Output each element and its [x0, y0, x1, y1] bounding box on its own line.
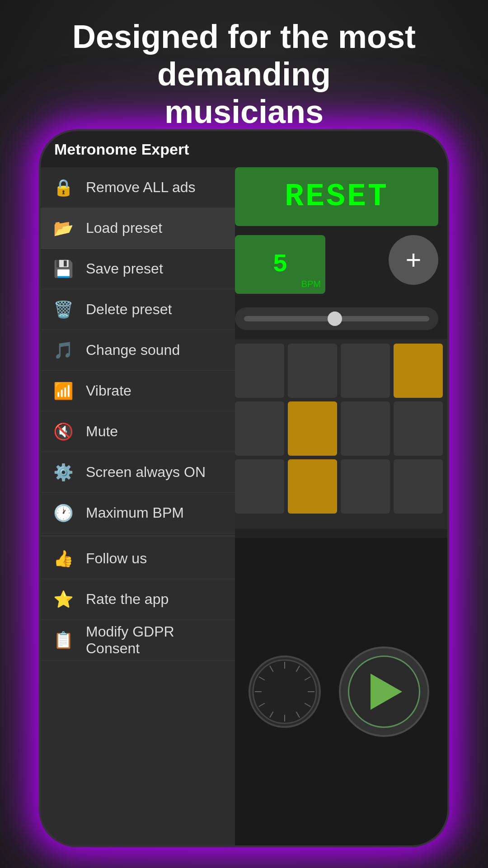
play-area	[230, 538, 447, 845]
menu-item-change-sound[interactable]: 🎵 Change sound	[41, 330, 235, 371]
lcd-reset-text: RESET	[285, 179, 389, 215]
change-sound-icon: 🎵	[50, 337, 77, 364]
screen-always-on-icon: ⚙️	[50, 459, 77, 486]
headline-text: Designed for the most demanding	[72, 19, 416, 92]
delete-preset-icon: 🗑️	[50, 296, 77, 323]
load-preset-label: Load preset	[86, 220, 162, 236]
phone-frame: RESET 5 BPM +	[41, 131, 447, 845]
lcd-bpm-display: 5 BPM	[235, 235, 325, 294]
beat-cell-0[interactable]	[235, 344, 284, 398]
menu-title: Metronome Expert	[54, 141, 189, 158]
maximum-bpm-label: Maximum BPM	[86, 505, 184, 521]
beat-cell-9[interactable]	[288, 459, 337, 514]
menu-item-save-preset[interactable]: 💾 Save preset	[41, 249, 235, 289]
save-preset-icon: 💾	[50, 255, 77, 283]
bpm-value: 5	[272, 250, 287, 279]
delete-preset-label: Delete preset	[86, 301, 172, 318]
play-triangle-icon	[371, 674, 402, 710]
beat-cell-2[interactable]	[341, 344, 390, 398]
app-content-right: RESET 5 BPM +	[230, 131, 447, 845]
rate-app-icon: ⭐	[50, 586, 77, 613]
menu-item-screen-always-on[interactable]: ⚙️ Screen always ON	[41, 452, 235, 493]
slider-track	[244, 316, 429, 321]
menu-item-delete-preset[interactable]: 🗑️ Delete preset	[41, 289, 235, 330]
menu-divider	[41, 536, 235, 536]
menu-item-gdpr[interactable]: 📋 Modify GDPR Consent	[41, 620, 235, 660]
change-sound-label: Change sound	[86, 342, 180, 359]
screen-always-on-label: Screen always ON	[86, 464, 206, 481]
plus-icon: +	[405, 246, 421, 274]
menu-items-list: 🔒 Remove ALL ads 📂 Load preset 💾 Save pr…	[41, 167, 235, 660]
beat-cell-6[interactable]	[341, 401, 390, 456]
beat-cell-10[interactable]	[341, 459, 390, 514]
gdpr-label: Modify GDPR Consent	[86, 623, 226, 657]
slider-thumb	[328, 311, 342, 326]
app-screen: RESET 5 BPM +	[41, 131, 447, 845]
headline: Designed for the most demanding musician…	[0, 18, 488, 130]
menu-item-load-preset[interactable]: 📂 Load preset	[41, 208, 235, 249]
mute-icon: 🔇	[50, 418, 77, 445]
menu-item-follow-us[interactable]: 👍 Follow us	[41, 538, 235, 579]
vibrate-icon: 📶	[50, 377, 77, 405]
lcd-reset-display: RESET	[235, 167, 438, 226]
maximum-bpm-icon: 🕐	[50, 500, 77, 527]
follow-us-icon: 👍	[50, 545, 77, 572]
menu-item-rate-app[interactable]: ⭐ Rate the app	[41, 579, 235, 620]
beat-cell-4[interactable]	[235, 401, 284, 456]
mute-label: Mute	[86, 423, 118, 440]
vibrate-label: Vibrate	[86, 382, 131, 399]
beat-cell-5[interactable]	[288, 401, 337, 456]
beat-cell-3[interactable]	[394, 344, 443, 398]
headline-text-2: musicians	[164, 94, 324, 130]
menu-item-maximum-bpm[interactable]: 🕐 Maximum BPM	[41, 493, 235, 533]
beat-grid	[230, 339, 447, 529]
menu-header: Metronome Expert	[41, 131, 235, 167]
svg-point-0	[253, 660, 316, 723]
sidebar-menu: Metronome Expert 🔒 Remove ALL ads 📂 Load…	[41, 131, 235, 845]
gdpr-icon: 📋	[50, 627, 77, 654]
play-button[interactable]	[339, 646, 429, 737]
rate-app-label: Rate the app	[86, 591, 169, 608]
tempo-dial[interactable]	[249, 656, 321, 728]
follow-us-label: Follow us	[86, 550, 147, 567]
play-inner	[348, 656, 420, 728]
tempo-slider[interactable]	[235, 307, 438, 330]
menu-item-vibrate[interactable]: 📶 Vibrate	[41, 371, 235, 411]
beat-cell-1[interactable]	[288, 344, 337, 398]
load-preset-icon: 📂	[50, 215, 77, 242]
remove-ads-icon: 🔒	[50, 174, 77, 201]
remove-ads-label: Remove ALL ads	[86, 179, 196, 196]
beat-cell-8[interactable]	[235, 459, 284, 514]
beat-cell-11[interactable]	[394, 459, 443, 514]
plus-button[interactable]: +	[389, 235, 438, 285]
beat-cell-7[interactable]	[394, 401, 443, 456]
bpm-label: BPM	[301, 279, 321, 289]
menu-item-remove-ads[interactable]: 🔒 Remove ALL ads	[41, 167, 235, 208]
save-preset-label: Save preset	[86, 260, 163, 277]
menu-item-mute[interactable]: 🔇 Mute	[41, 411, 235, 452]
